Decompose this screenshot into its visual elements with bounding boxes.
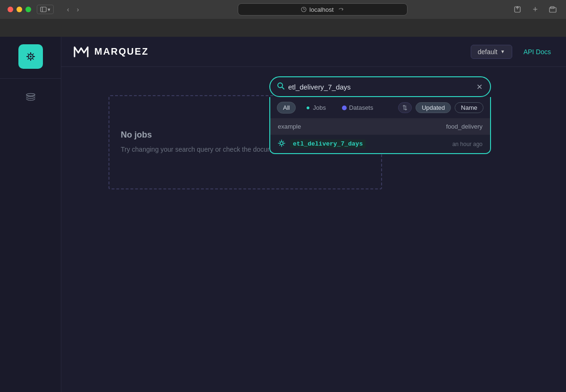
- sort-name-label: Name: [461, 104, 477, 111]
- search-results-dropdown: example food_delivery: [269, 118, 491, 154]
- api-docs-label: API Docs: [524, 48, 551, 56]
- app-header: MARQUEZ default ▼ API Docs: [61, 37, 566, 67]
- namespace-chevron-icon: ▼: [500, 49, 505, 54]
- svg-rect-0: [41, 7, 46, 12]
- jobs-dot-icon: [306, 106, 310, 110]
- filter-datasets-button[interactable]: Datasets: [336, 102, 379, 114]
- search-result-item[interactable]: etl_delivery_7_days an hour ago: [270, 135, 490, 153]
- tabs-overview-button[interactable]: [547, 5, 558, 14]
- namespace-label: default: [478, 48, 498, 56]
- share-button[interactable]: [512, 5, 523, 14]
- sort-updated-button[interactable]: Updated: [416, 102, 451, 113]
- namespace-button[interactable]: default ▼: [471, 45, 512, 59]
- minimize-button[interactable]: [17, 7, 22, 12]
- url-text: localhost: [309, 6, 333, 13]
- sidebar: [0, 37, 61, 392]
- search-input[interactable]: [288, 83, 472, 91]
- svg-point-13: [280, 142, 283, 145]
- filter-all-label: All: [283, 104, 290, 111]
- nav-icons: [0, 79, 61, 107]
- maximize-button[interactable]: [25, 7, 31, 12]
- result-job-icon: [278, 139, 285, 148]
- result-namespace-right: food_delivery: [446, 123, 483, 130]
- traffic-lights: [8, 7, 31, 12]
- datasets-dot-icon: [342, 106, 347, 110]
- filter-jobs-label: Jobs: [313, 104, 325, 111]
- logo-area: [0, 37, 61, 79]
- forward-button[interactable]: ›: [75, 5, 81, 14]
- api-docs-button[interactable]: API Docs: [520, 45, 555, 58]
- main-content: MARQUEZ default ▼ API Docs No jobs Try c…: [61, 37, 566, 392]
- filter-jobs-button[interactable]: Jobs: [300, 102, 332, 114]
- filter-all-button[interactable]: All: [277, 102, 296, 114]
- sort-name-button[interactable]: Name: [455, 102, 483, 113]
- sort-icon: ⇅: [402, 104, 408, 111]
- address-bar[interactable]: localhost: [238, 3, 408, 16]
- page-area: No jobs Try changing your search query o…: [61, 67, 566, 392]
- app-container: MARQUEZ default ▼ API Docs No jobs Try c…: [0, 37, 566, 392]
- nav-datasets-icon[interactable]: [21, 88, 40, 107]
- result-namespace-left: example: [278, 123, 301, 130]
- browser-controls: ‹ ›: [65, 5, 81, 14]
- search-box: ✕: [269, 76, 491, 97]
- browser-titlebar: ▾ ‹ › localhost: [0, 0, 566, 19]
- svg-line-12: [282, 87, 284, 89]
- filter-datasets-label: Datasets: [349, 104, 373, 111]
- app-title: MARQUEZ: [94, 46, 149, 57]
- back-button[interactable]: ‹: [65, 5, 71, 14]
- search-result-header: example food_delivery: [270, 118, 490, 135]
- search-clear-button[interactable]: ✕: [475, 82, 483, 91]
- sort-direction-button[interactable]: ⇅: [398, 102, 412, 113]
- search-filters: All Jobs Datasets ⇅ Updated: [269, 97, 491, 118]
- browser-chrome: ▾ ‹ › localhost: [0, 0, 566, 37]
- result-item-time: an hour ago: [452, 141, 483, 147]
- svg-point-10: [26, 94, 35, 96]
- app-icon[interactable]: [18, 44, 43, 69]
- search-icon: [277, 82, 284, 91]
- result-item-name: etl_delivery_7_days: [290, 139, 366, 148]
- sort-updated-label: Updated: [422, 104, 445, 111]
- search-container: ✕ All Jobs Datasets: [269, 76, 491, 154]
- browser-action-buttons: +: [512, 4, 558, 16]
- header-logo: MARQUEZ: [73, 43, 149, 60]
- close-button[interactable]: [8, 7, 13, 12]
- svg-point-9: [30, 56, 32, 57]
- marquez-logo-icon: [73, 43, 90, 60]
- new-tab-button[interactable]: +: [531, 4, 540, 16]
- sidebar-toggle[interactable]: ▾: [37, 5, 54, 14]
